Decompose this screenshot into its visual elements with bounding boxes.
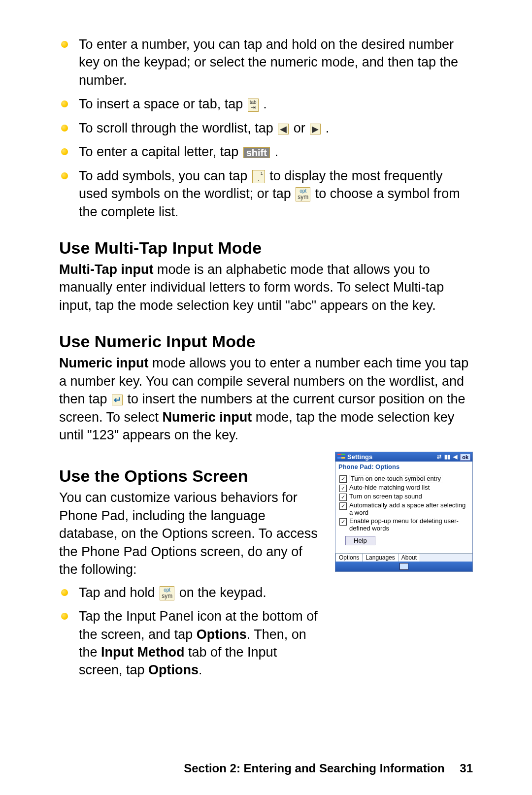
option-row[interactable]: ✓ Enable pop-up menu for deleting user-d… xyxy=(339,517,468,533)
option-row[interactable]: ✓ Turn on one-touch symbol entry xyxy=(339,474,468,484)
options-checkbox-list: ✓ Turn on one-touch symbol entry ✓ Auto-… xyxy=(335,474,472,553)
heading-multi-tap: Use Multi-Tap Input Mode xyxy=(59,238,473,258)
checkbox-icon[interactable]: ✓ xyxy=(339,485,347,492)
bold-text: Multi-Tap input xyxy=(59,262,153,277)
options-screenshot: Settings ⇄ ▮▮ ◀ ok Phone Pad: Options ✓ … xyxy=(335,452,473,572)
top-bullet-list: To enter a number, you can tap and hold … xyxy=(59,35,473,221)
bullet-text: . xyxy=(263,97,267,111)
opt-sym-key-icon: optsym xyxy=(160,586,174,600)
connectivity-icon: ⇄ xyxy=(437,454,441,460)
bullet-text: To enter a number, you can tap and hold … xyxy=(79,37,458,88)
right-arrow-key-icon: ▶ xyxy=(310,124,321,134)
bullet-text: on the keypad. xyxy=(179,585,266,600)
option-label: Automatically add a space after selectin… xyxy=(349,502,468,517)
bold-text: Numeric input xyxy=(59,356,149,370)
window-title: Settings xyxy=(347,453,372,461)
option-label: Turn on screen tap sound xyxy=(349,493,422,500)
symbol-1-key-icon: 1. xyxy=(252,170,265,183)
page-number: 31 xyxy=(460,762,473,775)
heading-numeric: Use Numeric Input Mode xyxy=(59,332,473,351)
bullet-item: To enter a capital letter, tap shift . xyxy=(59,143,473,161)
bullet-item: To scroll through the wordlist, tap ◀ or… xyxy=(59,119,473,137)
bullet-text: or xyxy=(294,121,309,135)
paragraph-options: You can customize various behaviors for … xyxy=(59,489,323,578)
tab-key-icon: tab⇥ xyxy=(248,99,259,112)
bullet-text: To enter a capital letter, tap xyxy=(79,144,242,159)
paragraph-numeric: Numeric input mode allows you to enter a… xyxy=(59,354,473,444)
left-arrow-key-icon: ◀ xyxy=(278,124,289,134)
bullet-text: To scroll through the wordlist, tap xyxy=(79,121,277,135)
panel-subtitle: Phone Pad: Options xyxy=(335,462,472,474)
option-label: Enable pop-up menu for deleting user-def… xyxy=(349,518,468,532)
bold-text: Options xyxy=(148,662,199,677)
checkbox-icon[interactable]: ✓ xyxy=(339,494,347,501)
bold-text: Input Method xyxy=(101,645,184,660)
bullet-text: To insert a space or tab, tap xyxy=(79,97,247,111)
bold-text: Numeric input xyxy=(163,410,252,425)
page-footer: Section 2: Entering and Searching Inform… xyxy=(184,762,473,775)
option-row[interactable]: ✓ Auto-hide matching word list xyxy=(339,484,468,493)
signal-icon: ▮▮ xyxy=(444,454,450,460)
bullet-item: To insert a space or tab, tap tab⇥ . xyxy=(59,95,473,113)
enter-key-icon: ↵ xyxy=(112,395,123,405)
input-panel-icon[interactable] xyxy=(399,563,408,570)
paragraph-multi-tap: Multi-Tap input mode is an alphabetic mo… xyxy=(59,261,473,314)
bullet-item: Tap and hold optsym on the keypad. xyxy=(59,584,323,601)
bullet-text: . xyxy=(274,144,278,159)
heading-options: Use the Options Screen xyxy=(59,466,323,486)
start-flag-icon xyxy=(337,454,345,461)
shift-key-icon: shift xyxy=(243,147,270,158)
tab-about[interactable]: About xyxy=(398,553,420,562)
bullet-text: To add symbols, you can tap xyxy=(79,168,251,183)
option-label: Turn on one-touch symbol entry xyxy=(349,475,442,483)
ok-button[interactable]: ok xyxy=(460,454,470,461)
option-row[interactable]: ✓ Turn on screen tap sound xyxy=(339,493,468,501)
bold-text: Options xyxy=(197,627,247,642)
window-titlebar: Settings ⇄ ▮▮ ◀ ok xyxy=(335,452,472,462)
bullet-text: . xyxy=(199,662,202,677)
speaker-icon: ◀ xyxy=(453,454,457,460)
section-label: Section 2: Entering and Searching Inform… xyxy=(184,762,444,775)
tab-languages[interactable]: Languages xyxy=(362,553,398,562)
bullet-text: . xyxy=(326,121,330,135)
checkbox-icon[interactable]: ✓ xyxy=(339,518,347,526)
option-label: Auto-hide matching word list xyxy=(349,484,430,492)
bullet-text: Tap and hold xyxy=(79,585,159,600)
checkbox-icon[interactable]: ✓ xyxy=(339,502,347,510)
tab-options[interactable]: Options xyxy=(335,553,363,562)
opt-sym-key-icon: optsym xyxy=(296,187,310,201)
checkbox-icon[interactable]: ✓ xyxy=(339,475,347,483)
bullet-item: Tap the Input Panel icon at the bottom o… xyxy=(59,607,323,679)
help-button[interactable]: Help xyxy=(345,536,375,545)
bullet-item: To enter a number, you can tap and hold … xyxy=(59,35,473,89)
bottom-bar xyxy=(335,562,472,571)
tab-bar: Options Languages About xyxy=(335,553,472,562)
bottom-bullet-list: Tap and hold optsym on the keypad. Tap t… xyxy=(59,584,323,679)
option-row[interactable]: ✓ Automatically add a space after select… xyxy=(339,501,468,517)
bullet-item: To add symbols, you can tap 1. to displa… xyxy=(59,167,473,221)
